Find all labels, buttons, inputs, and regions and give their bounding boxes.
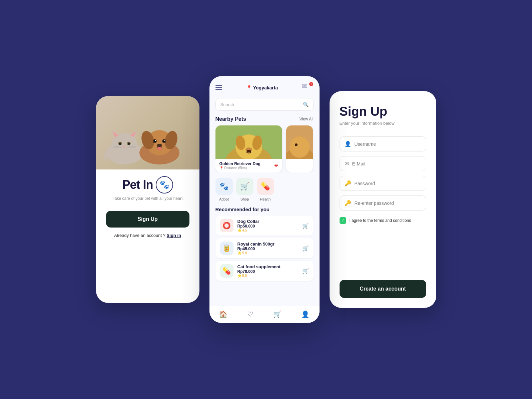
screen2-inner: 📍 Yogyakarta ✉ ! Search 🔍 Nearby Pets Vi… [209,76,320,303]
password-input[interactable] [355,181,421,186]
golden-dog-svg [215,125,282,159]
screens-container: Pet In 🐾 Take care of your pet with all … [96,76,436,323]
app-title: Pet In [122,178,153,192]
product-rating-2: ⭐ 5.0 [237,251,298,255]
favorite-icon[interactable]: ❤ [274,163,278,168]
terms-text: I agree to the terms and conditions [350,218,411,223]
product-item-1[interactable]: ⭕ Dog Collar Rp50.000 ⭐ 4.5 🛒 [215,216,314,236]
category-shop[interactable]: 🛒 Shop [236,178,253,201]
notification-button[interactable]: ✉ ! [302,82,313,93]
product-price-3: Rp78.000 [237,269,298,274]
product-name-2: Royal canin 500gr [237,242,298,247]
pet-cards-row: Golden Retriever Dog 📍 Distance (5km) ❤ [215,125,314,172]
svg-point-9 [128,142,130,145]
supplement-icon: 💊 [222,267,231,275]
pet-card-2[interactable]: 📍 [286,125,313,172]
location-text: Yogyakarta [253,85,278,90]
screen1-content: Pet In 🐾 Take care of your pet with all … [96,169,199,303]
product-img-3: 💊 [220,264,233,278]
shop-icon-bg: 🛒 [236,178,253,195]
dog-illustration [133,123,186,166]
svg-point-40 [290,136,310,158]
screen2-home: 📍 Yogyakarta ✉ ! Search 🔍 Nearby Pets Vi… [209,76,320,323]
categories-row: 🐾 Adopt 🛒 Shop 💊 Health [215,178,314,201]
svg-point-24 [164,140,165,141]
health-icon: 💊 [261,182,270,191]
product-name-1: Dog Collar [237,219,298,224]
adopt-icon-bg: 🐾 [215,178,233,195]
reenter-password-icon: 🔑 [345,200,351,206]
svg-point-35 [246,150,251,152]
search-placeholder-text: Search [220,102,300,107]
nearby-title: Nearby Pets [215,116,246,122]
username-field-wrapper[interactable]: 👤 [340,136,426,151]
reenter-password-wrapper[interactable]: 🔑 [340,195,426,211]
svg-point-26 [157,147,161,150]
menu-line-1 [215,85,222,86]
home-nav-icon[interactable]: 🏠 [219,310,227,318]
search-icon: 🔍 [303,102,309,107]
shop-label: Shop [240,197,249,201]
nearby-section-header: Nearby Pets View All [215,116,314,122]
pet-card-image-2: 📍 [286,125,313,159]
food-icon: 🥫 [222,244,231,252]
svg-point-25 [157,144,162,147]
location-pin-icon: 📍 [246,85,252,90]
profile-nav-icon[interactable]: 👤 [301,310,310,318]
pet-name: Golden Retriever Dog [219,161,260,166]
adopt-label: Adopt [219,197,229,201]
product-img-2: 🥫 [220,242,233,255]
recommended-title: Recommended for you [215,207,314,212]
product-price-2: Rp45.000 [237,247,298,251]
paw-logo: 🐾 [156,176,173,193]
pet-card-image-1 [215,125,282,159]
username-input[interactable] [355,141,421,147]
svg-point-41 [295,143,298,146]
email-icon: ✉ [345,160,349,167]
add-to-cart-2[interactable]: 🛒 [302,245,309,252]
pet-info-text: Golden Retriever Dog 📍 Distance (5km) [219,161,260,170]
category-adopt[interactable]: 🐾 Adopt [215,178,233,201]
search-bar[interactable]: Search 🔍 [215,98,314,111]
password-field-wrapper[interactable]: 🔑 [340,176,426,191]
health-label: Health [260,197,271,201]
create-account-button[interactable]: Create an account [340,280,426,298]
email-field-wrapper[interactable]: ✉ [340,156,426,171]
email-input[interactable] [352,161,421,166]
category-health[interactable]: 💊 Health [257,178,274,201]
health-icon-bg: 💊 [257,178,274,195]
product-details-3: Cat food supplement Rp78.000 ⭐ 5.0 [237,264,298,278]
terms-row: ✓ I agree to the terms and conditions [340,217,426,224]
form-fields: 👤 ✉ 🔑 🔑 [340,136,426,211]
password-icon: 🔑 [345,180,351,186]
screen1-splash: Pet In 🐾 Take care of your pet with all … [96,96,199,303]
notification-badge: ! [309,82,313,86]
product-list: ⭕ Dog Collar Rp50.000 ⭐ 4.5 🛒 🥫 Royal ca… [215,216,314,281]
signup-form-subtitle: Enter your information below [340,121,426,126]
product-details-1: Dog Collar Rp50.000 ⭐ 4.5 [237,219,298,232]
app-tagline: Take care of your pet with all your hear… [113,196,182,201]
pet-card-1[interactable]: Golden Retriever Dog 📍 Distance (5km) ❤ [215,125,282,172]
view-all-link[interactable]: View All [300,117,314,121]
reenter-password-input[interactable] [355,201,421,206]
product-rating-3: ⭐ 5.0 [237,274,298,278]
terms-checkbox[interactable]: ✓ [340,217,346,224]
product-item-2[interactable]: 🥫 Royal canin 500gr Rp45.000 ⭐ 5.0 🛒 [215,238,314,258]
product-price-1: Rp50.000 [237,224,298,229]
signup-button-s1[interactable]: Sign Up [106,211,189,228]
favorites-nav-icon[interactable]: ♡ [247,310,253,318]
add-to-cart-1[interactable]: 🛒 [302,223,309,229]
add-to-cart-3[interactable]: 🛒 [302,268,309,274]
product-rating-1: ⭐ 4.5 [237,229,298,232]
product-item-3[interactable]: 💊 Cat food supplement Rp78.000 ⭐ 5.0 🛒 [215,261,314,281]
cart-nav-icon[interactable]: 🛒 [273,310,282,318]
menu-line-2 [215,87,222,88]
screen3-signup: Sign Up Enter your information below 👤 ✉… [330,91,436,308]
pet-distance: 📍 Distance (5km) [219,166,260,170]
header-row: 📍 Yogyakarta ✉ ! [215,82,314,93]
signin-link[interactable]: Sign in [167,233,181,238]
svg-point-23 [155,140,156,141]
signin-prompt: Already have an account ? Sign in [114,233,181,238]
hamburger-menu[interactable] [215,85,222,90]
signup-form-title: Sign Up [340,104,426,119]
